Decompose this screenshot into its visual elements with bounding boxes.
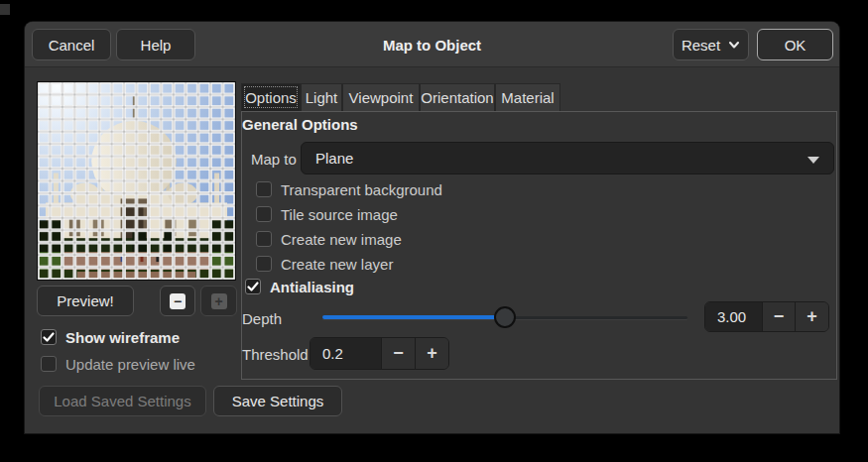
depth-value[interactable]: 3.00 [705,302,762,331]
depth-decrement-button[interactable]: − [762,302,795,331]
wireframe-grid [38,82,235,280]
ok-button-label: OK [785,37,806,54]
checkbox-unchecked [256,231,272,247]
create-new-layer-checkbox[interactable]: Create new layer [256,255,393,273]
tile-source-image-checkbox[interactable]: Tile source image [256,205,398,223]
tab-material-label: Material [501,89,554,106]
zoom-in-button[interactable]: + [200,286,237,316]
checkbox-checked [245,279,261,294]
titlebar[interactable]: Cancel Help Map to Object Reset OK [25,22,839,67]
zoom-out-button[interactable]: − [160,286,195,316]
threshold-decrement-button[interactable]: − [381,338,415,369]
load-saved-settings-label: Load Saved Settings [54,393,190,409]
checkbox-checked [41,329,57,345]
create-new-image-checkbox[interactable]: Create new image [256,230,402,248]
tab-orientation[interactable]: Orientation [420,83,495,111]
tab-orientation-label: Orientation [421,89,493,106]
checkbox-unchecked [256,181,272,197]
depth-slider-handle[interactable] [494,306,516,328]
minus-icon: − [774,306,785,327]
depth-label: Depth [242,310,282,327]
transparent-background-label: Transparent background [281,181,442,198]
checkbox-unchecked [41,356,57,372]
preview-image[interactable] [37,81,236,281]
plus-icon: + [427,343,437,364]
transparent-background-checkbox[interactable]: Transparent background [256,180,442,198]
tab-viewpoint-label: Viewpoint [349,89,414,106]
map-to-dropdown[interactable]: Plane [301,142,834,174]
background-window-fragment [0,4,10,15]
checkbox-unchecked [256,206,272,222]
zoom-out-icon: − [170,293,186,309]
update-preview-live-label: Update preview live [65,356,195,373]
depth-increment-button[interactable]: + [795,302,828,331]
preview-button-label: Preview! [57,292,114,309]
show-wireframe-checkbox[interactable]: Show wireframe [41,328,180,346]
tab-options-label: Options [245,89,297,106]
ok-button[interactable]: OK [757,29,833,60]
tile-source-image-label: Tile source image [281,206,398,223]
preview-button[interactable]: Preview! [37,286,134,316]
create-new-image-label: Create new image [281,231,402,248]
save-settings-button[interactable]: Save Settings [213,386,342,416]
show-wireframe-label: Show wireframe [65,329,180,346]
tab-material[interactable]: Material [495,83,560,111]
check-icon [247,281,259,292]
map-to-value: Plane [315,150,353,167]
threshold-value[interactable]: 0.2 [310,338,381,369]
create-new-layer-label: Create new layer [281,256,393,273]
zoom-in-icon: + [211,293,227,309]
antialiasing-label: Antialiasing [270,279,354,295]
preview-scene [38,82,235,280]
reset-button-label: Reset [682,37,720,54]
plus-icon: + [806,306,817,327]
threshold-spinbox: 0.2 − + [310,337,449,370]
update-preview-live-checkbox[interactable]: Update preview live [41,355,195,373]
load-saved-settings-button[interactable]: Load Saved Settings [39,386,206,416]
tab-viewpoint[interactable]: Viewpoint [342,83,420,111]
dropdown-arrow-icon [807,157,819,164]
chevron-down-icon [728,39,740,51]
screen: Cancel Help Map to Object Reset OK [0,0,868,462]
antialiasing-checkbox[interactable]: Antialiasing [245,278,354,295]
depth-slider[interactable] [322,307,687,327]
map-to-object-dialog: Cancel Help Map to Object Reset OK [25,22,839,433]
threshold-increment-button[interactable]: + [415,338,448,369]
threshold-label: Threshold [242,346,309,363]
depth-slider-fill [322,315,505,319]
tab-options[interactable]: Options [241,83,301,111]
tab-light-label: Light [306,89,338,106]
map-to-label: Map to [251,151,297,168]
minus-icon: − [393,343,404,364]
check-icon [43,331,55,343]
save-settings-label: Save Settings [232,393,324,409]
checkbox-unchecked [256,256,272,272]
general-options-header: General Options [242,116,358,133]
tab-light[interactable]: Light [301,83,342,111]
depth-spinbox: 3.00 − + [704,301,829,332]
reset-button[interactable]: Reset [673,29,749,60]
